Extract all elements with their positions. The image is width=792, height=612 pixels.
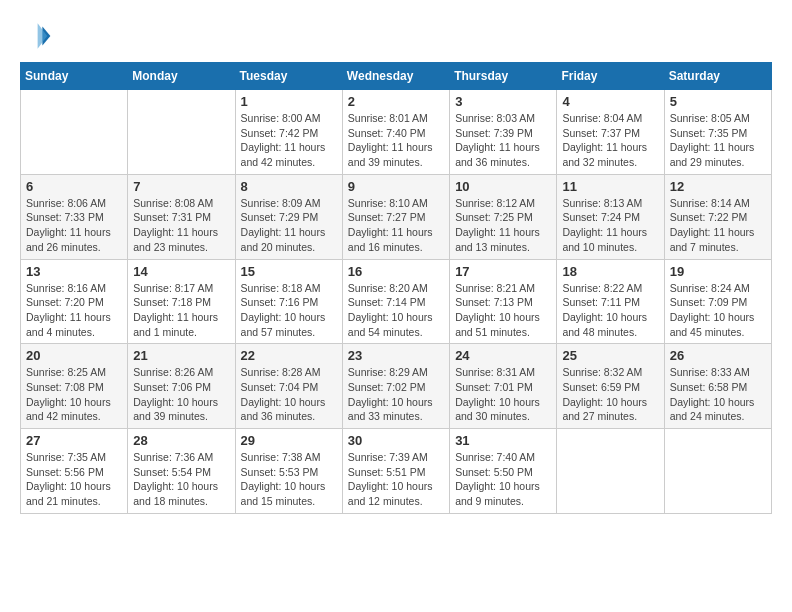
day-number: 11 — [562, 179, 658, 194]
day-info: Sunrise: 8:26 AM Sunset: 7:06 PM Dayligh… — [133, 365, 229, 424]
col-header-thursday: Thursday — [450, 63, 557, 90]
day-cell: 18Sunrise: 8:22 AM Sunset: 7:11 PM Dayli… — [557, 259, 664, 344]
week-row-5: 27Sunrise: 7:35 AM Sunset: 5:56 PM Dayli… — [21, 429, 772, 514]
day-number: 29 — [241, 433, 337, 448]
day-info: Sunrise: 8:25 AM Sunset: 7:08 PM Dayligh… — [26, 365, 122, 424]
day-cell: 24Sunrise: 8:31 AM Sunset: 7:01 PM Dayli… — [450, 344, 557, 429]
day-cell: 27Sunrise: 7:35 AM Sunset: 5:56 PM Dayli… — [21, 429, 128, 514]
day-cell — [128, 90, 235, 175]
day-info: Sunrise: 8:32 AM Sunset: 6:59 PM Dayligh… — [562, 365, 658, 424]
day-cell: 17Sunrise: 8:21 AM Sunset: 7:13 PM Dayli… — [450, 259, 557, 344]
calendar-table: SundayMondayTuesdayWednesdayThursdayFrid… — [20, 62, 772, 514]
day-number: 4 — [562, 94, 658, 109]
day-info: Sunrise: 8:24 AM Sunset: 7:09 PM Dayligh… — [670, 281, 766, 340]
week-row-2: 6Sunrise: 8:06 AM Sunset: 7:33 PM Daylig… — [21, 174, 772, 259]
day-number: 24 — [455, 348, 551, 363]
day-cell: 22Sunrise: 8:28 AM Sunset: 7:04 PM Dayli… — [235, 344, 342, 429]
day-cell: 28Sunrise: 7:36 AM Sunset: 5:54 PM Dayli… — [128, 429, 235, 514]
day-number: 26 — [670, 348, 766, 363]
day-number: 23 — [348, 348, 444, 363]
day-info: Sunrise: 8:29 AM Sunset: 7:02 PM Dayligh… — [348, 365, 444, 424]
day-cell: 23Sunrise: 8:29 AM Sunset: 7:02 PM Dayli… — [342, 344, 449, 429]
day-info: Sunrise: 8:17 AM Sunset: 7:18 PM Dayligh… — [133, 281, 229, 340]
week-row-1: 1Sunrise: 8:00 AM Sunset: 7:42 PM Daylig… — [21, 90, 772, 175]
day-number: 2 — [348, 94, 444, 109]
week-row-4: 20Sunrise: 8:25 AM Sunset: 7:08 PM Dayli… — [21, 344, 772, 429]
day-number: 13 — [26, 264, 122, 279]
col-header-monday: Monday — [128, 63, 235, 90]
day-info: Sunrise: 8:33 AM Sunset: 6:58 PM Dayligh… — [670, 365, 766, 424]
day-number: 22 — [241, 348, 337, 363]
day-number: 12 — [670, 179, 766, 194]
day-cell: 13Sunrise: 8:16 AM Sunset: 7:20 PM Dayli… — [21, 259, 128, 344]
day-number: 30 — [348, 433, 444, 448]
day-info: Sunrise: 8:12 AM Sunset: 7:25 PM Dayligh… — [455, 196, 551, 255]
day-cell: 10Sunrise: 8:12 AM Sunset: 7:25 PM Dayli… — [450, 174, 557, 259]
day-cell: 14Sunrise: 8:17 AM Sunset: 7:18 PM Dayli… — [128, 259, 235, 344]
day-cell: 9Sunrise: 8:10 AM Sunset: 7:27 PM Daylig… — [342, 174, 449, 259]
day-number: 1 — [241, 94, 337, 109]
day-number: 25 — [562, 348, 658, 363]
day-cell: 4Sunrise: 8:04 AM Sunset: 7:37 PM Daylig… — [557, 90, 664, 175]
col-header-tuesday: Tuesday — [235, 63, 342, 90]
day-info: Sunrise: 8:18 AM Sunset: 7:16 PM Dayligh… — [241, 281, 337, 340]
day-number: 21 — [133, 348, 229, 363]
day-info: Sunrise: 8:08 AM Sunset: 7:31 PM Dayligh… — [133, 196, 229, 255]
day-info: Sunrise: 8:28 AM Sunset: 7:04 PM Dayligh… — [241, 365, 337, 424]
day-number: 17 — [455, 264, 551, 279]
day-info: Sunrise: 7:40 AM Sunset: 5:50 PM Dayligh… — [455, 450, 551, 509]
col-header-friday: Friday — [557, 63, 664, 90]
day-cell: 8Sunrise: 8:09 AM Sunset: 7:29 PM Daylig… — [235, 174, 342, 259]
day-number: 8 — [241, 179, 337, 194]
day-cell: 19Sunrise: 8:24 AM Sunset: 7:09 PM Dayli… — [664, 259, 771, 344]
day-info: Sunrise: 8:16 AM Sunset: 7:20 PM Dayligh… — [26, 281, 122, 340]
day-info: Sunrise: 8:04 AM Sunset: 7:37 PM Dayligh… — [562, 111, 658, 170]
col-header-sunday: Sunday — [21, 63, 128, 90]
day-cell: 3Sunrise: 8:03 AM Sunset: 7:39 PM Daylig… — [450, 90, 557, 175]
day-number: 5 — [670, 94, 766, 109]
day-number: 3 — [455, 94, 551, 109]
day-number: 10 — [455, 179, 551, 194]
week-row-3: 13Sunrise: 8:16 AM Sunset: 7:20 PM Dayli… — [21, 259, 772, 344]
day-info: Sunrise: 8:00 AM Sunset: 7:42 PM Dayligh… — [241, 111, 337, 170]
day-number: 18 — [562, 264, 658, 279]
day-number: 27 — [26, 433, 122, 448]
day-info: Sunrise: 8:20 AM Sunset: 7:14 PM Dayligh… — [348, 281, 444, 340]
day-cell: 5Sunrise: 8:05 AM Sunset: 7:35 PM Daylig… — [664, 90, 771, 175]
day-cell: 7Sunrise: 8:08 AM Sunset: 7:31 PM Daylig… — [128, 174, 235, 259]
day-info: Sunrise: 8:10 AM Sunset: 7:27 PM Dayligh… — [348, 196, 444, 255]
day-cell: 11Sunrise: 8:13 AM Sunset: 7:24 PM Dayli… — [557, 174, 664, 259]
day-cell: 31Sunrise: 7:40 AM Sunset: 5:50 PM Dayli… — [450, 429, 557, 514]
day-cell: 20Sunrise: 8:25 AM Sunset: 7:08 PM Dayli… — [21, 344, 128, 429]
day-info: Sunrise: 8:21 AM Sunset: 7:13 PM Dayligh… — [455, 281, 551, 340]
day-info: Sunrise: 7:36 AM Sunset: 5:54 PM Dayligh… — [133, 450, 229, 509]
day-cell: 1Sunrise: 8:00 AM Sunset: 7:42 PM Daylig… — [235, 90, 342, 175]
day-info: Sunrise: 8:05 AM Sunset: 7:35 PM Dayligh… — [670, 111, 766, 170]
page-header — [20, 20, 772, 52]
day-info: Sunrise: 8:13 AM Sunset: 7:24 PM Dayligh… — [562, 196, 658, 255]
day-info: Sunrise: 7:39 AM Sunset: 5:51 PM Dayligh… — [348, 450, 444, 509]
day-cell: 2Sunrise: 8:01 AM Sunset: 7:40 PM Daylig… — [342, 90, 449, 175]
day-number: 9 — [348, 179, 444, 194]
day-number: 31 — [455, 433, 551, 448]
day-cell: 16Sunrise: 8:20 AM Sunset: 7:14 PM Dayli… — [342, 259, 449, 344]
day-info: Sunrise: 8:06 AM Sunset: 7:33 PM Dayligh… — [26, 196, 122, 255]
day-cell — [21, 90, 128, 175]
day-number: 7 — [133, 179, 229, 194]
day-number: 16 — [348, 264, 444, 279]
day-number: 20 — [26, 348, 122, 363]
day-cell: 29Sunrise: 7:38 AM Sunset: 5:53 PM Dayli… — [235, 429, 342, 514]
day-info: Sunrise: 8:22 AM Sunset: 7:11 PM Dayligh… — [562, 281, 658, 340]
day-cell: 15Sunrise: 8:18 AM Sunset: 7:16 PM Dayli… — [235, 259, 342, 344]
day-cell: 12Sunrise: 8:14 AM Sunset: 7:22 PM Dayli… — [664, 174, 771, 259]
day-number: 6 — [26, 179, 122, 194]
day-cell: 26Sunrise: 8:33 AM Sunset: 6:58 PM Dayli… — [664, 344, 771, 429]
day-cell — [664, 429, 771, 514]
day-number: 19 — [670, 264, 766, 279]
col-header-saturday: Saturday — [664, 63, 771, 90]
day-info: Sunrise: 8:03 AM Sunset: 7:39 PM Dayligh… — [455, 111, 551, 170]
day-info: Sunrise: 8:14 AM Sunset: 7:22 PM Dayligh… — [670, 196, 766, 255]
col-header-wednesday: Wednesday — [342, 63, 449, 90]
day-cell — [557, 429, 664, 514]
day-info: Sunrise: 7:35 AM Sunset: 5:56 PM Dayligh… — [26, 450, 122, 509]
